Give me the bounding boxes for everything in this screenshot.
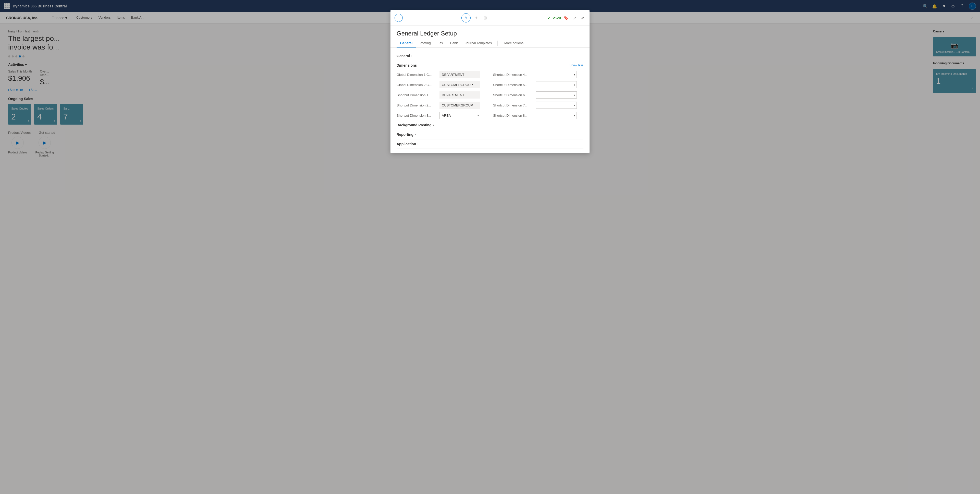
tab-bank[interactable]: Bank <box>447 39 461 48</box>
shortcut-dim3-label: Shortcut Dimension 3... <box>396 114 438 118</box>
reporting-header[interactable]: Reporting › <box>396 132 584 137</box>
background-posting-header[interactable]: Background Posting › <box>396 123 584 127</box>
dim-row-1: Global Dimension 1 C... DEPARTMENT <box>396 69 487 80</box>
reporting-title: Reporting <box>396 132 414 137</box>
dimensions-title: Dimensions <box>396 63 417 67</box>
application-chevron: › <box>417 143 418 145</box>
dim-row-3: Shortcut Dimension 1... DEPARTMENT <box>396 90 487 100</box>
add-button[interactable]: + <box>473 14 480 21</box>
shortcut-dim8-select[interactable] <box>536 112 577 119</box>
delete-button[interactable]: 🗑 <box>482 14 489 21</box>
more-options-tab[interactable]: More options <box>501 39 527 48</box>
shortcut-dim8-label: Shortcut Dimension 8... <box>493 114 534 118</box>
edit-button[interactable]: ✎ <box>461 13 471 22</box>
shortcut-dim5-select-wrapper <box>536 81 577 88</box>
dim-row-r4: Shortcut Dimension 7... <box>493 100 584 110</box>
shortcut-dim1-value[interactable]: DEPARTMENT <box>439 91 480 99</box>
background-posting-section: Background Posting › <box>396 121 584 130</box>
dim-row-5: Shortcut Dimension 3... AREA <box>396 110 487 121</box>
shortcut-dim4-label: Shortcut Dimension 4... <box>493 73 534 76</box>
shortcut-dim2-value[interactable]: CUSTOMERGROUP <box>439 102 480 109</box>
bookmark-button[interactable]: 🔖 <box>563 15 569 21</box>
shortcut-dim6-select-wrapper <box>536 91 577 99</box>
dimensions-right: Shortcut Dimension 4... Shortcut Dimensi… <box>493 69 584 121</box>
shortcut-dim7-label: Shortcut Dimension 7... <box>493 104 534 107</box>
dim-row-2: Global Dimension 2 C... CUSTOMERGROUP <box>396 80 487 90</box>
dim-row-4: Shortcut Dimension 2... CUSTOMERGROUP <box>396 100 487 110</box>
background-posting-chevron: › <box>433 124 434 127</box>
reporting-section: Reporting › <box>396 130 584 139</box>
shortcut-dim2-label: Shortcut Dimension 2... <box>396 104 438 107</box>
global-dim2-label: Global Dimension 2 C... <box>396 83 438 87</box>
tab-journal-templates[interactable]: Journal Templates <box>461 39 495 48</box>
tab-tax[interactable]: Tax <box>434 39 447 48</box>
general-section-header[interactable]: General › <box>396 52 584 60</box>
global-dim1-label: Global Dimension 1 C... <box>396 73 438 76</box>
application-title: Application <box>396 142 416 146</box>
dim-row-r1: Shortcut Dimension 4... <box>493 69 584 80</box>
global-dim2-value[interactable]: CUSTOMERGROUP <box>439 81 480 88</box>
dimensions-grid: Global Dimension 1 C... DEPARTMENT Globa… <box>396 69 584 121</box>
tab-posting[interactable]: Posting <box>416 39 434 48</box>
dim-row-r2: Shortcut Dimension 5... <box>493 80 584 90</box>
modal-tabs: General Posting Tax Bank Journal Templat… <box>390 39 590 48</box>
open-new-window-button[interactable]: ↗ <box>571 15 577 21</box>
saved-indicator: ✓ Saved <box>548 16 561 20</box>
shortcut-dim5-label: Shortcut Dimension 5... <box>493 83 534 87</box>
modal-general-ledger: ← ✎ + 🗑 ✓ Saved 🔖 ↗ ⇗ General Ledger Set… <box>390 10 590 153</box>
application-section: Application › <box>396 139 584 149</box>
dim-row-r3: Shortcut Dimension 6... <box>493 90 584 100</box>
shortcut-dim8-select-wrapper <box>536 112 577 119</box>
global-dim1-value[interactable]: DEPARTMENT <box>439 71 480 78</box>
modal-title: General Ledger Setup <box>396 30 584 37</box>
shortcut-dim5-select[interactable] <box>536 81 577 88</box>
dimensions-left: Global Dimension 1 C... DEPARTMENT Globa… <box>396 69 487 121</box>
shortcut-dim4-select-wrapper <box>536 71 577 78</box>
expand-modal-button[interactable]: ⇗ <box>579 15 585 21</box>
modal-overlay: ← ✎ + 🗑 ✓ Saved 🔖 ↗ ⇗ General Ledger Set… <box>0 0 980 494</box>
shortcut-dim6-select[interactable] <box>536 91 577 99</box>
shortcut-dim7-select-wrapper <box>536 102 577 109</box>
modal-content: General › Dimensions Show less Global Di… <box>390 48 590 153</box>
shortcut-dim4-select[interactable] <box>536 71 577 78</box>
general-section-title: General <box>396 54 410 58</box>
shortcut-dim3-select[interactable]: AREA <box>439 112 480 119</box>
general-section-chevron: › <box>411 55 412 57</box>
modal-title-area: General Ledger Setup <box>390 26 590 39</box>
tab-general[interactable]: General <box>396 39 416 48</box>
dimensions-section: Dimensions Show less Global Dimension 1 … <box>396 60 584 121</box>
back-button[interactable]: ← <box>395 14 403 22</box>
show-less-button[interactable]: Show less <box>570 64 584 67</box>
modal-toolbar: ← ✎ + 🗑 ✓ Saved 🔖 ↗ ⇗ <box>390 10 590 26</box>
reporting-chevron: › <box>415 133 416 136</box>
application-header[interactable]: Application › <box>396 142 584 146</box>
dim-row-r5: Shortcut Dimension 8... <box>493 110 584 121</box>
shortcut-dim6-label: Shortcut Dimension 6... <box>493 93 534 97</box>
shortcut-dim1-label: Shortcut Dimension 1... <box>396 93 438 97</box>
shortcut-dim3-select-wrapper: AREA <box>439 112 480 119</box>
background-posting-title: Background Posting <box>396 123 431 127</box>
shortcut-dim7-select[interactable] <box>536 102 577 109</box>
